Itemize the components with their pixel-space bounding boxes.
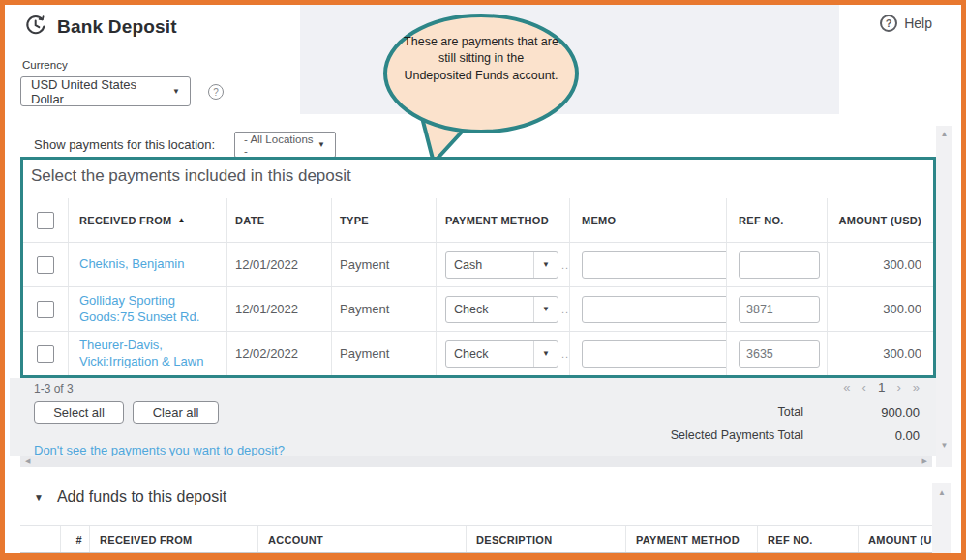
row-cell-ref-no [727,243,828,286]
callout-bubble [377,8,590,172]
ref-no-input[interactable] [739,251,820,279]
total-label: Total [778,405,803,420]
next-page-button[interactable]: › [896,380,900,395]
currency-value: USD United States Dollar [21,77,172,106]
horizontal-scrollbar[interactable]: ◀ ▶ [20,456,932,467]
memo-input[interactable] [582,251,727,279]
payment-method-dropdown[interactable]: Check ▼ [445,340,558,368]
payment-method-value: Cash [446,258,533,272]
help-button[interactable]: ? Help [880,15,932,32]
selected-total-value: 0.00 [803,428,920,443]
add-funds-header[interactable]: ▼ Add funds to this deposit [34,488,226,506]
payment-method-dropdown[interactable]: Cash ▼ [445,251,558,279]
clear-all-button[interactable]: Clear all [133,401,219,424]
row-checkbox[interactable] [37,301,54,318]
collapse-icon[interactable]: ▼ [34,492,44,503]
chevron-down-icon: ▼ [534,349,558,358]
column-label: DESCRIPTION [476,534,552,545]
payer-link[interactable]: Golliday Sporting Goods:75 Sunset Rd. [79,293,226,326]
payment-method-dropdown[interactable]: Check ▼ [445,296,558,323]
location-value: - All Locations - [235,133,317,157]
ref-no-input[interactable] [739,296,820,323]
column-label: TYPE [340,215,369,226]
row-cell-amount: 300.00 [828,287,933,331]
header-cell-type[interactable]: TYPE [332,198,437,242]
row-cell-received-from: Cheknis, Benjamin [69,243,227,286]
totals-area: Total 900.00 Selected Payments Total 0.0… [532,405,920,452]
pager: « ‹ 1 › » [843,380,920,395]
row-cell-checkbox [23,287,69,331]
scroll-left-icon[interactable]: ◀ [25,457,30,465]
row-cell-payment-method: Check ▼ .. [437,332,570,375]
row-cell-amount: 300.00 [828,332,933,375]
scroll-right-icon[interactable]: ▶ [922,457,927,465]
row-cell-memo [570,332,727,375]
type-value: Payment [340,302,389,316]
row-cell-checkbox [23,332,69,375]
scroll-down-icon[interactable]: ▼ [936,441,952,450]
header-cell-amount: AMOUNT (USD) [859,526,932,552]
row-cell-type: Payment [332,243,437,286]
location-dropdown[interactable]: - All Locations - ▼ [234,132,336,158]
header-cell-drag [20,526,61,552]
currency-dropdown[interactable]: USD United States Dollar ▼ [20,76,191,106]
column-label: DATE [235,215,264,226]
overflow-dots: .. [561,348,569,360]
row-checkbox[interactable] [37,256,54,274]
overflow-dots: .. [561,259,569,271]
page-title: Bank Deposit [57,16,177,38]
column-label: PAYMENT METHOD [445,215,549,226]
select-all-button[interactable]: Select all [34,401,124,424]
memo-input[interactable] [582,340,727,368]
amount-value: 300.00 [883,302,921,316]
payment-method-value: Check [446,347,533,361]
add-funds-table-header: # RECEIVED FROM ACCOUNT DESCRIPTION PAYM… [20,525,932,553]
memo-input[interactable] [582,296,727,323]
scroll-up-icon[interactable]: ▲ [936,130,952,138]
payer-link[interactable]: Theurer-Davis, Vicki:Irrigation & Lawn [79,338,226,370]
payments-highlight-box: Select the payments included in this dep… [20,157,936,378]
bank-deposit-page: Bank Deposit ? Help Currency USD United … [0,0,966,560]
help-label: Help [904,15,932,31]
row-cell-date: 12/02/2022 [227,332,332,375]
column-label: AMOUNT (USD) [868,534,932,545]
header-cell-received-from[interactable]: RECEIVED FROM ▲ [69,198,227,242]
chevron-down-icon: ▼ [534,260,558,269]
row-cell-payment-method: Cash ▼ .. [437,243,570,286]
overflow-dots: .. [561,304,569,315]
scroll-up-icon[interactable]: ▲ [932,488,951,497]
pagination-range: 1-3 of 3 [34,382,74,396]
vertical-scrollbar[interactable]: ▲ ▼ [936,126,952,467]
prev-page-button[interactable]: ‹ [862,380,866,395]
last-page-button[interactable]: » [913,380,920,395]
row-cell-amount: 300.00 [828,243,933,286]
row-cell-type: Payment [332,287,437,331]
row-checkbox[interactable] [37,345,54,363]
vertical-scrollbar-lower[interactable]: ▲ [932,483,951,560]
header-cell-description: DESCRIPTION [467,526,626,552]
column-label: MEMO [582,215,616,226]
currency-help-icon[interactable]: ? [208,84,224,100]
add-funds-row-sliver [20,553,932,560]
location-filter-label: Show payments for this location: [34,137,215,152]
title-wrap: Bank Deposit [24,14,177,41]
header-cell-memo: MEMO [570,198,727,242]
header-cell-date[interactable]: DATE [227,198,332,242]
select-all-checkbox[interactable] [37,212,54,229]
payer-link[interactable]: Cheknis, Benjamin [79,256,184,273]
callout-text: These are payments that are still sittin… [404,34,558,84]
first-page-button[interactable]: « [843,380,850,395]
row-cell-received-from: Golliday Sporting Goods:75 Sunset Rd. [69,287,227,331]
header-cell-payment-method: PAYMENT METHOD [437,198,570,242]
table-row: Golliday Sporting Goods:75 Sunset Rd. 12… [23,287,933,332]
recent-transactions-clock-icon[interactable] [24,14,47,41]
row-cell-ref-no [727,287,828,331]
chevron-down-icon: ▼ [172,87,190,96]
row-cell-date: 12/01/2022 [227,287,332,331]
header-cell-account: ACCOUNT [258,526,467,552]
ref-no-input[interactable] [739,340,820,368]
column-label: RECEIVED FROM [100,534,193,545]
column-label: AMOUNT (USD) [839,215,921,226]
date-value: 12/01/2022 [235,302,298,316]
date-value: 12/02/2022 [235,346,298,361]
